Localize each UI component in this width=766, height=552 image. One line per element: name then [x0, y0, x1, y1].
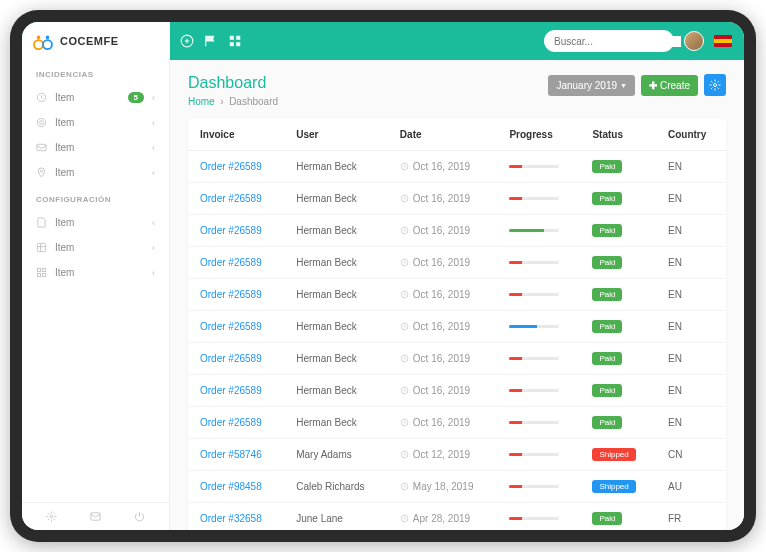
user-cell: Herman Beck — [284, 151, 388, 183]
user-cell: Herman Beck — [284, 375, 388, 407]
power-icon[interactable] — [134, 511, 145, 522]
user-cell: Herman Beck — [284, 247, 388, 279]
column-header[interactable]: Progress — [497, 119, 580, 151]
status-badge: Paid — [592, 288, 622, 301]
sidebar-item-label: Item — [55, 167, 144, 178]
country-cell: EN — [656, 343, 726, 375]
svg-rect-13 — [37, 144, 46, 150]
column-header[interactable]: Invoice — [188, 119, 284, 151]
sidebar-item[interactable]: Item‹ — [22, 110, 169, 135]
pin-icon — [36, 167, 47, 178]
country-cell: CN — [656, 439, 726, 471]
sidebar-item-label: Item — [55, 267, 144, 278]
invoice-link[interactable]: Order #58746 — [200, 449, 262, 460]
sidebar-item-label: Item — [55, 217, 144, 228]
main-content: Dashboard Home › Dashboard January 2019 … — [170, 60, 744, 530]
table-icon — [36, 242, 47, 253]
mail-icon[interactable] — [90, 511, 101, 522]
svg-point-22 — [714, 84, 717, 87]
country-cell: AU — [656, 471, 726, 503]
column-header[interactable]: Date — [388, 119, 498, 151]
progress-bar — [509, 421, 559, 424]
date-cell: May 18, 2019 — [400, 481, 486, 492]
invoice-link[interactable]: Order #26589 — [200, 161, 262, 172]
table-row: Order #26589Herman BeckOct 16, 2019PaidE… — [188, 247, 726, 279]
table-row: Order #58746Mary AdamsOct 12, 2019Shippe… — [188, 439, 726, 471]
clock-icon — [400, 450, 409, 459]
orders-table: InvoiceUserDateProgressStatusCountry Ord… — [188, 119, 726, 530]
column-header[interactable]: Country — [656, 119, 726, 151]
search-input[interactable] — [554, 36, 681, 47]
clock-icon — [400, 226, 409, 235]
plus-circle-icon[interactable] — [180, 34, 194, 48]
invoice-link[interactable]: Order #26589 — [200, 289, 262, 300]
table-row: Order #26589Herman BeckOct 16, 2019PaidE… — [188, 343, 726, 375]
user-cell: Caleb Richards — [284, 471, 388, 503]
svg-rect-5 — [230, 36, 234, 40]
table-row: Order #32658June LaneApr 28, 2019PaidFR — [188, 503, 726, 531]
svg-point-11 — [37, 118, 45, 126]
gear-icon[interactable] — [46, 511, 57, 522]
status-badge: Paid — [592, 416, 622, 429]
user-cell: June Lane — [284, 503, 388, 531]
progress-bar — [509, 261, 559, 264]
sidebar-item-label: Item — [55, 92, 120, 103]
svg-rect-17 — [42, 268, 45, 271]
body: INCIDENCIASItem5‹Item‹Item‹Item‹CONFIGUR… — [22, 60, 744, 530]
chevron-left-icon: ‹ — [152, 218, 155, 228]
avatar[interactable] — [684, 31, 704, 51]
breadcrumb-home[interactable]: Home — [188, 96, 215, 107]
progress-bar — [509, 325, 559, 328]
chevron-left-icon: ‹ — [152, 93, 155, 103]
status-badge: Paid — [592, 352, 622, 365]
status-badge: Paid — [592, 256, 622, 269]
progress-bar — [509, 389, 559, 392]
user-cell: Herman Beck — [284, 311, 388, 343]
breadcrumb: Home › Dashboard — [188, 96, 278, 107]
column-header[interactable]: Status — [580, 119, 656, 151]
clock-icon — [400, 482, 409, 491]
invoice-link[interactable]: Order #26589 — [200, 225, 262, 236]
sidebar-item[interactable]: Item5‹ — [22, 85, 169, 110]
mail-icon — [36, 142, 47, 153]
column-header[interactable]: User — [284, 119, 388, 151]
locale-flag-icon[interactable] — [714, 35, 732, 47]
svg-point-14 — [41, 170, 43, 172]
sidebar-item[interactable]: Item‹ — [22, 260, 169, 285]
flag-icon[interactable] — [204, 34, 218, 48]
sidebar-item[interactable]: Item‹ — [22, 160, 169, 185]
status-badge: Paid — [592, 384, 622, 397]
apps-icon[interactable] — [228, 34, 242, 48]
progress-bar — [509, 357, 559, 360]
status-badge: Paid — [592, 160, 622, 173]
invoice-link[interactable]: Order #26589 — [200, 353, 262, 364]
breadcrumb-current: Dashboard — [229, 96, 278, 107]
invoice-link[interactable]: Order #26589 — [200, 417, 262, 428]
settings-button[interactable] — [704, 74, 726, 96]
date-cell: Apr 28, 2019 — [400, 513, 486, 524]
date-cell: Oct 16, 2019 — [400, 321, 486, 332]
invoice-link[interactable]: Order #26589 — [200, 193, 262, 204]
status-badge: Shipped — [592, 480, 635, 493]
date-filter-button[interactable]: January 2019 ▼ — [548, 75, 635, 96]
svg-point-3 — [46, 36, 50, 40]
svg-point-1 — [37, 36, 41, 40]
invoice-link[interactable]: Order #26589 — [200, 321, 262, 332]
data-card: InvoiceUserDateProgressStatusCountry Ord… — [188, 119, 726, 530]
sidebar-item[interactable]: Item‹ — [22, 135, 169, 160]
invoice-link[interactable]: Order #32658 — [200, 513, 262, 524]
invoice-link[interactable]: Order #26589 — [200, 257, 262, 268]
page-header: Dashboard Home › Dashboard January 2019 … — [188, 74, 726, 107]
svg-rect-6 — [236, 36, 240, 40]
invoice-link[interactable]: Order #98458 — [200, 481, 262, 492]
sidebar-item[interactable]: Item‹ — [22, 210, 169, 235]
search-box[interactable] — [544, 30, 674, 52]
sidebar-item[interactable]: Item‹ — [22, 235, 169, 260]
invoice-link[interactable]: Order #26589 — [200, 385, 262, 396]
logo[interactable]: COCEMFE — [22, 22, 170, 60]
date-cell: Oct 16, 2019 — [400, 289, 486, 300]
chevron-left-icon: ‹ — [152, 118, 155, 128]
date-cell: Oct 16, 2019 — [400, 225, 486, 236]
create-button[interactable]: ✚ Create — [641, 75, 698, 96]
country-cell: FR — [656, 503, 726, 531]
